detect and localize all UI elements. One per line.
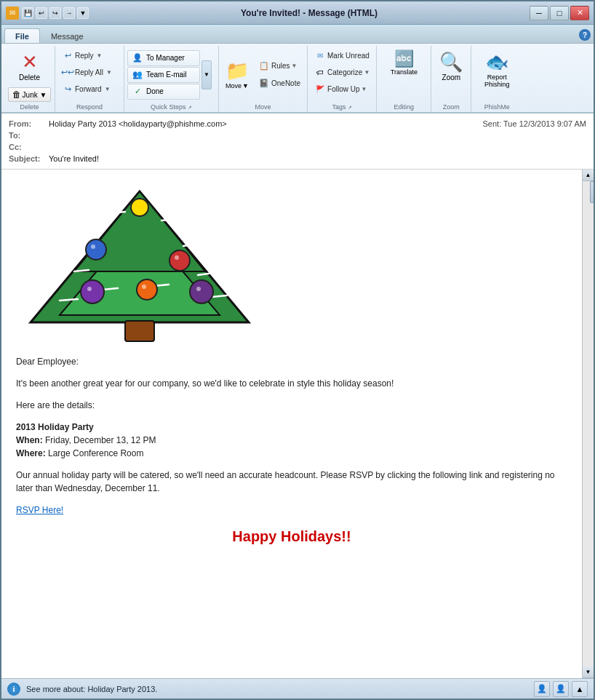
where-line: Where: Large Conference Room	[16, 447, 567, 460]
status-icon-2[interactable]: 👤	[553, 681, 569, 697]
onenote-button[interactable]: 📓 OneNote	[255, 76, 304, 92]
when-value: Friday, December 13, 12 PM	[45, 435, 156, 445]
tab-message[interactable]: Message	[40, 28, 95, 43]
scroll-down-button[interactable]: ▼	[583, 667, 594, 678]
from-field: From: Holiday Party 2013 <holidayparty@p…	[9, 118, 586, 130]
title-bar-left: ✉ 💾 ↩ ↪ → ▼	[6, 7, 89, 20]
zoom-label: Zoom	[442, 73, 461, 81]
reply-all-button[interactable]: ↩↩ Reply All ▼	[58, 64, 121, 80]
ribbon-tab-right: ?	[579, 29, 591, 43]
quick-save-btn[interactable]: 💾	[22, 7, 33, 19]
group-tags: ✉ Mark Unread 🏷 Categorize ▼ 🚩 Follow Up…	[308, 46, 377, 112]
rules-button[interactable]: 📋 Rules ▼	[255, 58, 304, 74]
follow-up-button[interactable]: 🚩 Follow Up ▼	[311, 81, 373, 97]
move-button[interactable]: 📁 Move▼	[222, 57, 252, 92]
vertical-scrollbar[interactable]: ▲ ▼	[582, 170, 594, 678]
tab-file[interactable]: File	[4, 28, 40, 43]
mark-unread-button[interactable]: ✉ Mark Unread	[311, 47, 373, 63]
group-zoom: 🔍 Zoom Zoom	[431, 46, 471, 112]
info-icon: i	[7, 683, 20, 696]
svg-rect-13	[125, 321, 154, 341]
zoom-button[interactable]: 🔍 Zoom	[434, 47, 468, 85]
move-label: Move▼	[225, 82, 249, 90]
status-icons: 👤 👤 ▲	[534, 681, 588, 697]
translate-label: Translate	[391, 68, 418, 76]
junk-label: Junk ▼	[23, 91, 47, 99]
group-phishme: 🐟 Report Phishing PhishMe	[471, 46, 522, 112]
ribbon: ✕ Delete 🗑 Junk ▼ Delete ↩ Reply ▼ ↩↩	[1, 44, 594, 114]
reply-button[interactable]: ↩ Reply ▼	[58, 47, 121, 63]
subject-field: Subject: You're Invited!	[9, 153, 586, 164]
quick-expand-btn[interactable]: ▼	[77, 7, 89, 19]
quick-steps-group-label: Quick Steps ↗	[124, 103, 218, 111]
when-label: When:	[16, 435, 43, 445]
status-expand[interactable]: ▲	[572, 681, 588, 697]
to-label: To:	[9, 131, 49, 140]
mark-unread-label: Mark Unread	[327, 52, 370, 60]
svg-point-21	[175, 255, 179, 260]
rsvp-para: RSVP Here!	[16, 504, 567, 517]
editing-group-label: Editing	[377, 103, 431, 111]
from-value: Holiday Party 2013 <holidayparty@phishme…	[49, 119, 483, 128]
minimize-button[interactable]: ─	[530, 6, 548, 20]
quick-fwd-btn[interactable]: →	[63, 7, 75, 19]
happy-holidays: Happy Holidays!!	[16, 525, 567, 547]
rsvp-link[interactable]: RSVP Here!	[16, 505, 63, 515]
translate-button[interactable]: 🔤 Translate	[387, 47, 421, 78]
quick-undo-btn[interactable]: ↩	[36, 7, 47, 19]
close-button[interactable]: ✕	[570, 6, 589, 20]
junk-button[interactable]: 🗑 Junk ▼	[8, 87, 52, 102]
svg-point-16	[169, 250, 190, 271]
email-body[interactable]: Dear Employee: It's been another great y…	[1, 170, 582, 678]
to-manager-button[interactable]: 👤 To Manager	[127, 50, 200, 66]
quick-launch: 💾 ↩ ↪ → ▼	[22, 7, 89, 19]
quick-steps-expand[interactable]: ▼	[201, 60, 212, 90]
para1-text: It's been another great year for our com…	[16, 378, 394, 389]
christmas-tree-image	[16, 177, 567, 348]
ribbon-tabs: File Message ?	[1, 25, 594, 44]
done-button[interactable]: ✓ Done	[127, 84, 200, 100]
forward-label: Forward	[75, 85, 102, 93]
report-phishing-button[interactable]: 🐟 Report Phishing	[479, 47, 515, 92]
sent-area: Sent: Tue 12/3/2013 9:07 AM	[483, 119, 587, 128]
categorize-button[interactable]: 🏷 Categorize ▼	[311, 64, 373, 80]
title-bar: ✉ 💾 ↩ ↪ → ▼ You're Invited! - Message (H…	[1, 1, 594, 25]
to-manager-icon: 👤	[132, 52, 143, 64]
categorize-icon: 🏷	[314, 66, 326, 78]
event-title: 2013 Holiday Party	[16, 421, 567, 434]
forward-button[interactable]: ↪ Forward ▼	[58, 81, 121, 97]
reply-all-icon: ↩↩	[62, 66, 73, 78]
para2-text: Here are the details:	[16, 400, 95, 410]
where-value: Large Conference Room	[48, 448, 143, 458]
team-email-button[interactable]: 👥 Team E-mail	[127, 67, 200, 83]
status-icon-1[interactable]: 👤	[534, 681, 550, 697]
greeting-para: Dear Employee:	[16, 355, 567, 368]
delete-label: Delete	[19, 73, 40, 81]
phishing-icon: 🐟	[485, 51, 508, 73]
team-email-icon: 👥	[132, 69, 143, 81]
done-icon: ✓	[132, 86, 143, 98]
para3-text: Our annual holiday party will be catered…	[16, 470, 555, 493]
group-quick-steps: 👤 To Manager 👥 Team E-mail ✓ Done ▼ Quic…	[124, 46, 219, 112]
cc-label: Cc:	[9, 143, 49, 151]
group-move: 📁 Move▼ 📋 Rules ▼ 📓 OneNote	[219, 46, 308, 112]
respond-group-label: Respond	[55, 103, 124, 111]
team-email-label: Team E-mail	[146, 71, 187, 79]
help-button[interactable]: ?	[579, 29, 591, 41]
maximize-button[interactable]: □	[550, 6, 569, 20]
quick-redo-btn[interactable]: ↪	[49, 7, 61, 19]
sent-value: Tue 12/3/2013 9:07 AM	[503, 119, 586, 128]
delete-button[interactable]: ✕ Delete	[14, 47, 45, 85]
svg-point-18	[137, 279, 157, 300]
group-respond: ↩ Reply ▼ ↩↩ Reply All ▼ ↪ Forward ▼ Res…	[55, 46, 124, 112]
scroll-thumb[interactable]	[590, 181, 594, 203]
reply-all-dropdown-icon: ▼	[106, 69, 112, 76]
greeting-text: Dear Employee:	[16, 357, 79, 367]
delete-group-label: Delete	[4, 103, 55, 111]
when-line: When: Friday, December 13, 12 PM	[16, 434, 567, 447]
scroll-up-button[interactable]: ▲	[583, 170, 594, 181]
group-delete: ✕ Delete 🗑 Junk ▼ Delete	[4, 46, 55, 112]
forward-icon: ↪	[62, 83, 73, 95]
subject-label: Subject:	[9, 154, 49, 163]
svg-point-14	[131, 199, 148, 216]
